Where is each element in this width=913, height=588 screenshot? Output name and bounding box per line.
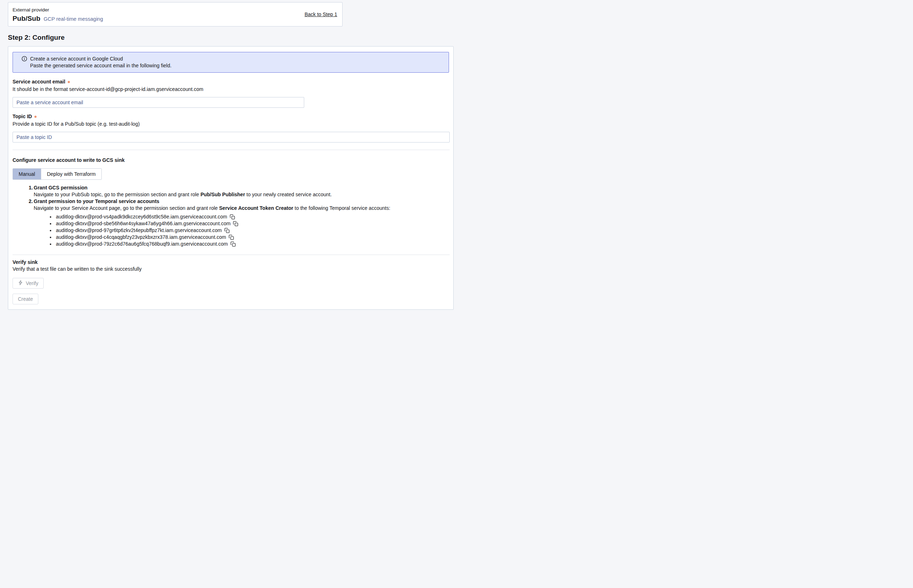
step-body: Navigate to your Service Account page, g… bbox=[34, 205, 449, 212]
step-body-role: Service Account Token Creator bbox=[219, 205, 293, 211]
tab-deploy-with-terraform[interactable]: Deploy with Terraform bbox=[41, 169, 101, 179]
step-number: 1. bbox=[29, 184, 34, 191]
info-banner-body: Paste the generated service account emai… bbox=[30, 62, 172, 69]
service-account-email: auditlog-dktxv@prod-sbe56h6wr4sykaw47a6y… bbox=[56, 220, 230, 227]
configure-method-tabs: Manual Deploy with Terraform bbox=[13, 168, 102, 180]
step-heading: Grant permission to your Temporal servic… bbox=[34, 199, 159, 204]
create-button[interactable]: Create bbox=[13, 294, 38, 304]
list-item: auditlog-dktxv@prod-c4cqaqgbfzy23vpzkbxz… bbox=[55, 234, 449, 241]
list-item: 2.Grant permission to your Temporal serv… bbox=[29, 198, 449, 247]
step-body-text: Navigate to your PubSub topic, go to the… bbox=[34, 192, 200, 197]
verify-sink-heading: Verify sink bbox=[13, 259, 449, 266]
info-circle-icon bbox=[21, 56, 27, 69]
service-account-email-label: Service account email bbox=[13, 78, 65, 85]
topic-id-helper: Provide a topic ID for a Pub/Sub topic (… bbox=[13, 121, 449, 128]
copy-icon[interactable] bbox=[230, 214, 235, 220]
provider-info: External provider Pub/Sub GCP real-time … bbox=[13, 6, 103, 23]
required-dot bbox=[68, 81, 70, 83]
service-account-email: auditlog-dktxv@prod-c4cqaqgbfzy23vpzkbxz… bbox=[56, 234, 226, 241]
page: External provider Pub/Sub GCP real-time … bbox=[0, 0, 456, 310]
section-divider bbox=[13, 150, 450, 150]
verify-button[interactable]: Verify bbox=[13, 278, 44, 289]
step-body-text: to your newly created service account. bbox=[245, 192, 332, 197]
step-body-text: to the following Temporal service accoun… bbox=[293, 205, 390, 211]
step-number: 2. bbox=[29, 198, 34, 205]
copy-icon[interactable] bbox=[224, 228, 230, 233]
service-accounts-list: auditlog-dktxv@prod-vs4padk9dkczcey6d6st… bbox=[55, 213, 449, 247]
provider-name: Pub/Sub bbox=[13, 15, 40, 22]
list-item: auditlog-dktxv@prod-79z2c6d76au6g5fcq768… bbox=[55, 241, 449, 247]
info-banner-title: Create a service account in Google Cloud bbox=[30, 55, 172, 62]
verify-sink-helper: Verify that a test file can be written t… bbox=[13, 266, 449, 273]
step-heading: Grant GCS permission bbox=[34, 185, 87, 191]
step-body-role: Pub/Sub Publisher bbox=[200, 192, 245, 197]
copy-icon[interactable] bbox=[230, 241, 236, 247]
service-account-email-input[interactable] bbox=[13, 97, 304, 108]
list-item: auditlog-dktxv@prod-97gr6tp6zkv2t4epubff… bbox=[55, 227, 449, 234]
section-divider bbox=[13, 255, 450, 255]
copy-icon[interactable] bbox=[233, 221, 238, 226]
info-banner-text: Create a service account in Google Cloud… bbox=[30, 55, 172, 69]
list-item: auditlog-dktxv@prod-sbe56h6wr4sykaw47a6y… bbox=[55, 220, 449, 227]
provider-description: GCP real-time messaging bbox=[44, 16, 103, 23]
provider-label: External provider bbox=[13, 6, 103, 13]
verify-button-label: Verify bbox=[26, 280, 38, 286]
service-account-email-field: Service account email It should be in th… bbox=[13, 78, 449, 108]
copy-icon[interactable] bbox=[228, 234, 234, 240]
service-account-email: auditlog-dktxv@prod-vs4padk9dkczcey6d6st… bbox=[56, 213, 227, 220]
provider-card: External provider Pub/Sub GCP real-time … bbox=[8, 2, 343, 26]
info-banner: Create a service account in Google Cloud… bbox=[13, 52, 449, 73]
topic-id-field: Topic ID Provide a topic ID for a Pub/Su… bbox=[13, 113, 449, 142]
service-account-email: auditlog-dktxv@prod-79z2c6d76au6g5fcq768… bbox=[56, 241, 228, 247]
back-to-step-1-link[interactable]: Back to Step 1 bbox=[304, 11, 337, 18]
topic-id-label: Topic ID bbox=[13, 113, 32, 120]
lightning-icon bbox=[18, 280, 23, 286]
create-button-label: Create bbox=[18, 296, 33, 302]
permission-steps-list: 1.Grant GCS permission Navigate to your … bbox=[29, 184, 449, 247]
step-body: Navigate to your PubSub topic, go to the… bbox=[34, 191, 449, 198]
service-account-email-helper: It should be in the format service-accou… bbox=[13, 86, 449, 93]
service-account-email: auditlog-dktxv@prod-97gr6tp6zkv2t4epubff… bbox=[56, 227, 222, 234]
step-body-text: Navigate to your Service Account page, g… bbox=[34, 205, 219, 211]
list-item: 1.Grant GCS permission Navigate to your … bbox=[29, 184, 449, 198]
configure-sink-heading: Configure service account to write to GC… bbox=[13, 157, 449, 164]
topic-id-input[interactable] bbox=[13, 132, 450, 142]
configure-card: Create a service account in Google Cloud… bbox=[8, 46, 453, 310]
tab-manual[interactable]: Manual bbox=[13, 169, 41, 179]
page-title: Step 2: Configure bbox=[8, 34, 456, 41]
list-item: auditlog-dktxv@prod-vs4padk9dkczcey6d6st… bbox=[55, 213, 449, 220]
required-dot bbox=[34, 116, 37, 118]
